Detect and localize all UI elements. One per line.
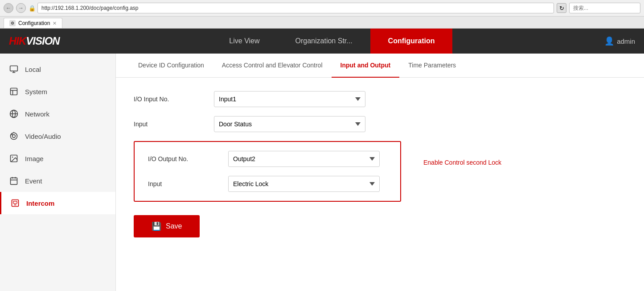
- enable-control-link[interactable]: Enable Control second Lock: [423, 159, 501, 166]
- sidebar-label-local: Local: [25, 66, 41, 73]
- enable-control-wrapper: Enable Control second Lock: [410, 141, 501, 166]
- save-label: Save: [166, 222, 182, 230]
- refresh-button[interactable]: ↻: [557, 3, 566, 13]
- header-nav: Live View Organization Str... Configurat…: [60, 29, 604, 54]
- sidebar-label-video-audio: Video/Audio: [25, 133, 61, 140]
- address-bar[interactable]: [37, 3, 554, 13]
- sidebar-item-local[interactable]: Local: [0, 58, 115, 80]
- output-input-row: Input Electric Lock Normal Open Normal C…: [148, 176, 387, 192]
- tab-access-control[interactable]: Access Control and Elevator Control: [213, 54, 332, 77]
- nav-configuration[interactable]: Configuration: [370, 29, 453, 54]
- sidebar-item-event[interactable]: Event: [0, 170, 115, 192]
- io-output-label: I/O Output No.: [148, 155, 228, 162]
- intercom-icon: [10, 198, 20, 208]
- content-area: Device ID Configuration Access Control a…: [116, 54, 644, 291]
- network-icon: [9, 109, 19, 119]
- svg-point-7: [12, 135, 16, 138]
- tab-device-id[interactable]: Device ID Configuration: [129, 54, 213, 77]
- browser-tab[interactable]: ⚙ Configuration ✕: [4, 18, 62, 28]
- tab-favicon: ⚙: [9, 20, 16, 26]
- sidebar-item-video-audio[interactable]: Video/Audio: [0, 125, 115, 147]
- app-header: HIKVISION Live View Organization Str... …: [0, 29, 644, 54]
- tab-bar: ⚙ Configuration ✕: [0, 17, 644, 28]
- user-icon: 👤: [604, 36, 614, 46]
- io-output-select[interactable]: Output1 Output2 Output3: [228, 151, 380, 167]
- svg-point-12: [12, 157, 13, 158]
- sidebar-item-system[interactable]: System: [0, 80, 115, 103]
- forward-button[interactable]: →: [16, 3, 26, 13]
- sidebar-label-event: Event: [25, 177, 42, 185]
- svg-rect-13: [11, 178, 17, 184]
- save-icon: 💾: [152, 221, 161, 231]
- logo: HIKVISION: [9, 35, 60, 47]
- nav-live-view[interactable]: Live View: [211, 29, 277, 54]
- sidebar-item-intercom[interactable]: Intercom: [0, 192, 115, 214]
- svg-rect-17: [12, 200, 19, 207]
- back-button[interactable]: ←: [4, 3, 13, 13]
- header-user: 👤 admin: [604, 36, 635, 46]
- system-icon: [9, 87, 19, 96]
- tab-close-button[interactable]: ✕: [53, 21, 57, 26]
- sidebar-label-image: Image: [25, 155, 44, 162]
- tab-label: Configuration: [18, 20, 50, 26]
- user-label: admin: [617, 37, 635, 45]
- input-door-label: Input: [134, 121, 214, 128]
- io-input-select[interactable]: Input1 Input2 Input3: [214, 91, 365, 107]
- svg-rect-0: [10, 66, 18, 71]
- input-door-select[interactable]: Door Status Normal Open Normal Close: [214, 116, 365, 132]
- output-input-select[interactable]: Electric Lock Normal Open Normal Close: [228, 176, 380, 192]
- output-section: I/O Output No. Output1 Output2 Output3 I…: [134, 141, 401, 202]
- browser-toolbar: ← → 🔒 ↻: [0, 0, 644, 17]
- output-input-label: Input: [148, 180, 228, 187]
- browser-chrome: ← → 🔒 ↻ ⚙ Configuration ✕: [0, 0, 644, 29]
- save-button[interactable]: 💾 Save: [134, 215, 200, 237]
- search-input[interactable]: [569, 3, 640, 13]
- io-input-row: I/O Input No. Input1 Input2 Input3: [134, 91, 626, 107]
- sidebar: Local System Network Video/Audio Image: [0, 54, 116, 291]
- svg-point-10: [12, 134, 13, 135]
- event-icon: [9, 176, 19, 186]
- main-layout: Local System Network Video/Audio Image: [0, 54, 644, 291]
- tab-input-output[interactable]: Input and Output: [332, 54, 400, 78]
- sidebar-label-intercom: Intercom: [26, 200, 54, 207]
- io-output-row: I/O Output No. Output1 Output2 Output3: [148, 151, 387, 167]
- logo-vision: VISION: [26, 35, 59, 47]
- svg-rect-18: [13, 201, 17, 204]
- sidebar-item-image[interactable]: Image: [0, 147, 115, 170]
- image-icon: [9, 154, 19, 163]
- input-door-row: Input Door Status Normal Open Normal Clo…: [134, 116, 626, 132]
- sidebar-label-network: Network: [25, 110, 49, 118]
- content-body: I/O Input No. Input1 Input2 Input3 Input…: [116, 78, 644, 251]
- logo-hik: HIK: [9, 35, 26, 47]
- video-icon: [9, 131, 19, 141]
- sidebar-item-network[interactable]: Network: [0, 103, 115, 125]
- secure-icon: 🔒: [29, 5, 36, 12]
- sidebar-label-system: System: [25, 88, 47, 96]
- tab-navigation: Device ID Configuration Access Control a…: [116, 54, 644, 78]
- monitor-icon: [9, 64, 19, 74]
- nav-organization[interactable]: Organization Str...: [278, 29, 370, 54]
- output-section-wrapper: I/O Output No. Output1 Output2 Output3 I…: [134, 141, 626, 211]
- tab-time-parameters[interactable]: Time Parameters: [399, 54, 465, 77]
- io-input-label: I/O Input No.: [134, 96, 214, 103]
- svg-rect-1: [11, 88, 17, 95]
